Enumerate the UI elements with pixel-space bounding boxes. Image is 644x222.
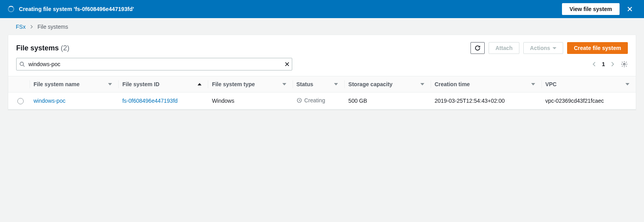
spinner-icon — [8, 6, 14, 12]
create-file-system-button[interactable]: Create file system — [567, 42, 628, 54]
svg-point-0 — [20, 62, 24, 66]
sort-icon — [108, 83, 112, 85]
col-name[interactable]: File system name — [30, 76, 118, 92]
status-text: Creating — [304, 97, 325, 104]
row-select-radio[interactable] — [17, 98, 24, 104]
breadcrumb: FSx File systems — [0, 18, 644, 35]
view-file-system-button[interactable]: View file system — [562, 3, 620, 15]
fs-created: 2019-03-25T12:54:43+02:00 — [431, 92, 541, 109]
clear-search-icon[interactable] — [284, 61, 290, 67]
panel-header: File systems (2) Attach Actions Create f… — [8, 35, 636, 58]
clock-icon — [297, 98, 302, 103]
refresh-button[interactable] — [470, 42, 485, 54]
search-icon — [19, 61, 25, 67]
search-input[interactable] — [16, 58, 292, 70]
col-status[interactable]: Status — [293, 76, 345, 92]
col-created[interactable]: Creation time — [431, 76, 541, 92]
svg-point-1 — [623, 63, 625, 65]
breadcrumb-root[interactable]: FSx — [16, 24, 26, 30]
fs-storage: 500 GB — [344, 92, 431, 109]
file-systems-panel: File systems (2) Attach Actions Create f… — [8, 35, 636, 110]
notification-message: Creating file system 'fs-0f608496e447193… — [19, 6, 562, 12]
gear-icon — [621, 61, 628, 68]
col-storage[interactable]: Storage capacity — [344, 76, 431, 92]
breadcrumb-current: File systems — [37, 24, 68, 30]
page-number: 1 — [602, 61, 605, 67]
actions-button-label: Actions — [530, 45, 550, 51]
fs-type: Windows — [208, 92, 292, 109]
sort-icon — [282, 83, 286, 85]
settings-button[interactable] — [621, 61, 628, 68]
page-title: File systems (2) — [16, 44, 470, 52]
actions-button[interactable]: Actions — [523, 42, 563, 54]
sort-icon — [625, 83, 629, 85]
fs-name-link[interactable]: windows-poc — [34, 98, 65, 104]
attach-button[interactable]: Attach — [489, 42, 519, 54]
sort-icon — [531, 83, 535, 85]
chevron-right-icon — [30, 24, 34, 30]
sort-asc-icon — [198, 83, 202, 85]
toolbar: 1 — [8, 58, 636, 76]
pagination: 1 — [592, 61, 614, 67]
col-id[interactable]: File system ID — [118, 76, 208, 92]
search-box — [16, 58, 292, 70]
sort-icon — [334, 83, 338, 85]
notification-banner: Creating file system 'fs-0f608496e447193… — [0, 0, 644, 18]
refresh-icon — [474, 45, 481, 51]
page-title-count: (2) — [61, 44, 69, 52]
fs-id-link[interactable]: fs-0f608496e447193fd — [122, 98, 177, 104]
col-select — [8, 76, 30, 92]
sort-icon — [420, 83, 424, 85]
prev-page-button[interactable] — [592, 61, 596, 67]
next-page-button[interactable] — [610, 61, 614, 67]
table-row[interactable]: windows-poc fs-0f608496e447193fd Windows… — [8, 92, 636, 109]
header-actions: Attach Actions Create file system — [470, 42, 628, 54]
chevron-down-icon — [553, 47, 556, 49]
close-icon[interactable] — [623, 3, 636, 15]
fs-vpc: vpc-02369cd43f21fcaec — [541, 92, 636, 109]
col-vpc[interactable]: VPC — [541, 76, 636, 92]
status-badge: Creating — [297, 97, 325, 104]
col-type[interactable]: File system type — [208, 76, 292, 92]
page-title-text: File systems — [16, 44, 59, 52]
file-systems-table: File system name File system ID File sys… — [8, 76, 636, 109]
